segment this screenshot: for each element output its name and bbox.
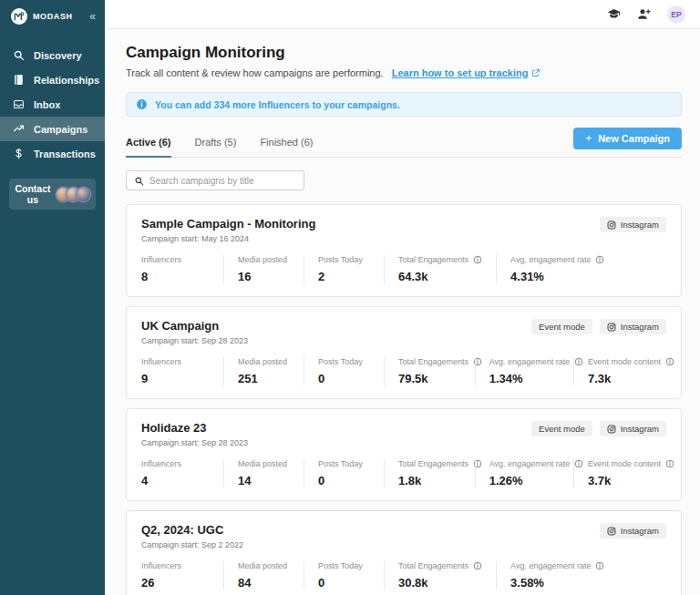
campaign-stats: Influencers8Media posted16Posts Today2To…	[141, 255, 666, 283]
stat-influencers: Influencers4	[141, 459, 223, 487]
stat-value: 9	[141, 372, 210, 385]
stat-label: Avg. engagement rate	[489, 357, 570, 366]
info-icon[interactable]	[595, 561, 604, 570]
stat-posts-today: Posts Today0	[304, 357, 384, 385]
contact-wrap: Contact us	[0, 166, 105, 210]
stat-media-posted: Media posted14	[223, 459, 304, 487]
stat-value: 0	[318, 372, 370, 385]
campaign-title: UK Campaign	[141, 319, 248, 333]
campaign-badges: Event modeInstagram	[531, 319, 666, 334]
campaign-start-date: Campaign start: Sep 2 2022	[141, 540, 243, 549]
stat-avg-engagement-rate: Avg. engagement rate1.34%	[475, 357, 573, 385]
campaign-search[interactable]	[126, 170, 304, 190]
stat-label: Avg. engagement rate	[510, 255, 591, 264]
instagram-badge: Instagram	[600, 319, 666, 334]
stat-value: 30.8k	[398, 576, 482, 590]
sidebar-item-campaigns[interactable]: Campaigns	[0, 117, 105, 141]
campaign-badges: Instagram	[600, 217, 666, 232]
search-icon	[134, 176, 144, 186]
search-input[interactable]	[149, 176, 296, 186]
stat-value: 0	[318, 474, 370, 487]
dollar-icon	[13, 148, 25, 159]
topbar: EP	[105, 0, 700, 29]
tab-drafts[interactable]: Drafts (5)	[195, 137, 237, 157]
info-icon[interactable]	[665, 357, 674, 366]
campaign-start-date: Campaign start: May 16 2024	[141, 234, 315, 243]
campaign-badges: Instagram	[600, 523, 666, 539]
modash-logo-icon	[11, 8, 27, 25]
sidebar-collapse-icon[interactable]: «	[89, 11, 96, 22]
instagram-icon	[607, 425, 616, 434]
invite-user-icon[interactable]	[637, 7, 651, 21]
info-icon[interactable]	[665, 459, 674, 468]
stat-value: 4	[141, 474, 210, 487]
user-avatar[interactable]: EP	[667, 5, 685, 24]
badge-label: Instagram	[621, 424, 659, 434]
chart-icon	[13, 123, 25, 135]
stat-label: Influencers	[141, 459, 181, 468]
contact-us-button[interactable]: Contact us	[9, 179, 96, 210]
badge-label: Instagram	[621, 322, 659, 332]
campaign-title: Sample Campaign - Monitoring	[141, 217, 315, 231]
stat-media-posted: Media posted16	[223, 255, 304, 283]
campaign-stats: Influencers4Media posted14Posts Today0To…	[141, 459, 666, 487]
stat-value: 79.5k	[398, 372, 461, 385]
setup-tracking-link-label: Learn how to set up tracking	[392, 67, 529, 78]
sidebar-nav: DiscoveryRelationshipsInboxCampaignsTran…	[0, 43, 105, 166]
campaign-card[interactable]: Holidaze 23 Campaign start: Sep 28 2023 …	[126, 408, 682, 501]
stat-label: Avg. engagement rate	[489, 459, 570, 468]
sidebar-item-relationships[interactable]: Relationships	[0, 67, 105, 92]
campaign-badges: Event modeInstagram	[531, 421, 666, 436]
stat-total-engagements: Total Engagements1.8k	[384, 459, 475, 487]
info-icon[interactable]	[595, 255, 604, 264]
new-campaign-button[interactable]: + New Campaign	[573, 128, 682, 149]
support-avatar	[77, 188, 90, 201]
subtitle-text: Track all content & review how campaigns…	[126, 67, 384, 78]
badge-label: Instagram	[621, 220, 659, 230]
banner-text: You can add 334 more Influencers to your…	[155, 99, 400, 110]
stat-value: 8	[141, 270, 210, 283]
stat-value: 16	[238, 270, 290, 283]
stat-posts-today: Posts Today0	[304, 561, 384, 590]
plus-icon: +	[585, 132, 592, 145]
stat-value: 0	[318, 576, 370, 590]
sidebar-item-transactions[interactable]: Transactions	[0, 141, 105, 166]
tab-finished[interactable]: Finished (6)	[260, 137, 313, 157]
setup-tracking-link[interactable]: Learn how to set up tracking	[392, 67, 541, 78]
info-icon[interactable]	[473, 255, 482, 264]
app-window: MODASH « DiscoveryRelationshipsInboxCamp…	[0, 0, 700, 595]
sidebar-item-discovery[interactable]: Discovery	[0, 43, 105, 67]
stat-label: Total Engagements	[398, 561, 468, 570]
badge-label: Instagram	[621, 526, 659, 536]
book-icon	[13, 74, 25, 86]
campaign-card[interactable]: Sample Campaign - Monitoring Campaign st…	[126, 204, 682, 297]
stat-posts-today: Posts Today2	[304, 255, 384, 283]
brand-name: MODASH	[33, 12, 73, 21]
campaign-card-header: Q2, 2024: UGC Campaign start: Sep 2 2022…	[141, 523, 666, 549]
sidebar-item-inbox[interactable]: Inbox	[0, 92, 105, 117]
stat-label: Posts Today	[318, 357, 363, 366]
campaign-card-header: Holidaze 23 Campaign start: Sep 28 2023 …	[141, 421, 666, 447]
stat-posts-today: Posts Today0	[304, 459, 384, 487]
tab-active[interactable]: Active (6)	[126, 137, 171, 158]
campaign-card[interactable]: UK Campaign Campaign start: Sep 28 2023 …	[126, 306, 682, 399]
campaign-card-titles: Holidaze 23 Campaign start: Sep 28 2023	[141, 421, 248, 447]
stat-influencers: Influencers9	[141, 357, 223, 385]
info-circle-icon	[136, 98, 148, 110]
stat-label: Event mode content	[588, 357, 661, 366]
contact-us-label: Contact us	[15, 183, 51, 205]
stat-value: 7.3k	[588, 372, 653, 385]
academy-icon[interactable]	[607, 7, 621, 21]
content-column: EP Campaign Monitoring Track all content…	[105, 0, 700, 595]
campaign-title: Q2, 2024: UGC	[141, 523, 243, 537]
stat-avg-engagement-rate: Avg. engagement rate1.26%	[475, 459, 573, 487]
stat-value: 4.31%	[510, 270, 604, 283]
info-icon[interactable]	[473, 561, 482, 570]
sidebar-item-label: Relationships	[34, 75, 99, 86]
campaign-card[interactable]: Q2, 2024: UGC Campaign start: Sep 2 2022…	[126, 510, 682, 595]
stat-label: Media posted	[238, 255, 287, 264]
sidebar-item-label: Transactions	[34, 149, 96, 159]
influencer-limit-banner: You can add 334 more Influencers to your…	[126, 92, 682, 117]
stat-value: 14	[238, 474, 290, 487]
stat-total-engagements: Total Engagements64.3k	[384, 255, 496, 283]
